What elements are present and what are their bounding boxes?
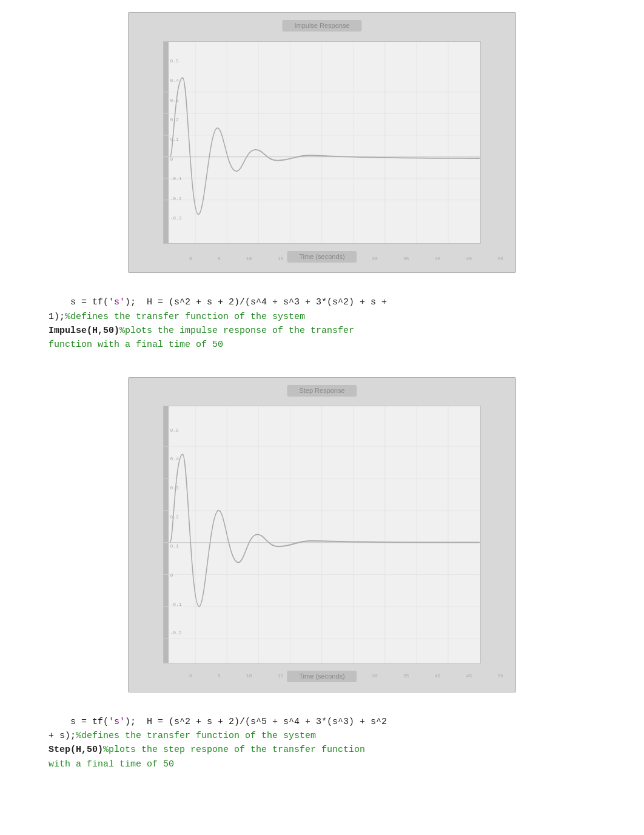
plot-2: Step Response: [128, 377, 516, 692]
code-block-2: s = tf('s'); H = (s^2 + s + 2)/(s^5 + s^…: [49, 701, 595, 786]
plot-2-inner: 0.5 0.4 0.3 0.2 0.1 0 -0.1 -0.2: [163, 406, 480, 663]
plot-2-wave: [164, 406, 480, 663]
plot-1-wave: [164, 42, 480, 243]
code1-impulse-cmd: Impulse(H,50): [49, 326, 119, 336]
plot-1-inner: 0.5 0.4 0.3 0.2 0.1 0 -0.1 -0.2 -0.3: [163, 41, 480, 244]
plot-2-xlabel: Time (seconds): [287, 671, 357, 682]
plot-1: Impulse Response: [128, 12, 516, 273]
plot-2-ylabel: 0.5 0.4 0.3 0.2 0.1 0 -0.1 -0.2: [170, 415, 181, 648]
plot-2-title: Step Response: [287, 385, 357, 397]
code2-comment1: %defines the transfer function of the sy…: [76, 731, 316, 741]
section-2: Step Response: [49, 377, 595, 786]
code1-s-assign: s = tf(: [70, 297, 109, 307]
code1-comment1: %defines the transfer function of the sy…: [65, 312, 305, 322]
plot-1-xlabel: Time (seconds): [287, 251, 357, 263]
code2-s-string: 's': [109, 717, 125, 727]
code2-step-cmd: Step(H,50): [49, 745, 103, 755]
code1-s-string: 's': [109, 297, 125, 307]
plot-1-title: Impulse Response: [282, 20, 361, 32]
code2-s-assign: s = tf(: [70, 717, 109, 727]
section-1: Impulse Response: [49, 12, 595, 366]
code-block-1: s = tf('s'); H = (s^2 + s + 2)/(s^4 + s^…: [49, 281, 595, 366]
